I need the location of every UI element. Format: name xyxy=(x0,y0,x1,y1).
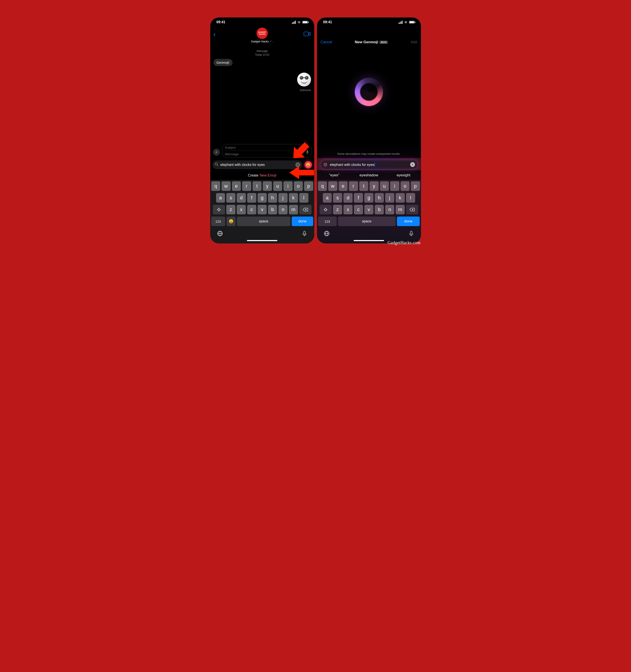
home-indicator[interactable] xyxy=(354,240,384,241)
key-g[interactable]: g xyxy=(258,193,267,202)
key-shift[interactable] xyxy=(213,205,225,214)
key-w[interactable]: w xyxy=(328,181,337,191)
key-emoji[interactable]: 😀 xyxy=(226,217,236,226)
add-button[interactable]: Add xyxy=(411,40,417,44)
globe-icon[interactable] xyxy=(217,231,223,237)
beta-badge: BETA xyxy=(380,41,388,44)
key-l[interactable]: l xyxy=(299,193,309,202)
home-indicator[interactable] xyxy=(247,240,277,241)
key-q[interactable]: q xyxy=(211,181,220,191)
key-q[interactable]: q xyxy=(318,181,327,191)
key-w[interactable]: w xyxy=(221,181,230,191)
outgoing-message[interactable] xyxy=(214,73,311,88)
key-x[interactable]: x xyxy=(343,205,353,214)
imessage-field[interactable]: iMessage xyxy=(225,152,309,156)
key-u[interactable]: u xyxy=(273,181,282,191)
key-e[interactable]: e xyxy=(339,181,348,191)
key-h[interactable]: h xyxy=(268,193,277,202)
key-space[interactable]: space xyxy=(237,217,290,226)
suggestion-1[interactable]: “eyes” xyxy=(317,170,352,180)
key-k[interactable]: k xyxy=(289,193,298,202)
key-s[interactable]: s xyxy=(226,193,236,202)
key-z[interactable]: z xyxy=(333,205,342,214)
key-b[interactable]: b xyxy=(375,205,384,214)
key-r[interactable]: r xyxy=(349,181,358,191)
key-g[interactable]: g xyxy=(364,193,373,202)
key-p[interactable]: p xyxy=(304,181,313,191)
key-o[interactable]: o xyxy=(401,181,410,191)
key-h[interactable]: h xyxy=(375,193,384,202)
back-button[interactable]: ‹ xyxy=(214,31,216,38)
key-t[interactable]: t xyxy=(359,181,368,191)
key-f[interactable]: f xyxy=(247,193,256,202)
key-a[interactable]: a xyxy=(323,193,332,202)
key-f[interactable]: f xyxy=(354,193,363,202)
key-x[interactable]: x xyxy=(237,205,246,214)
genmoji-description-field[interactable]: elephant with clocks for eyes ✕ xyxy=(320,160,418,169)
message-input[interactable]: Subject iMessage xyxy=(222,144,312,158)
mic-dictation-icon[interactable] xyxy=(306,150,309,155)
keyboard-row-2: a s d f g h j k l xyxy=(211,193,313,202)
facetime-button[interactable] xyxy=(304,31,311,37)
genmoji-header: Cancel New Genmoji BETA Add xyxy=(317,37,421,48)
key-n[interactable]: n xyxy=(385,205,394,214)
key-c[interactable]: c xyxy=(247,205,256,214)
globe-icon[interactable] xyxy=(324,231,330,237)
key-m[interactable]: m xyxy=(289,205,298,214)
key-backspace[interactable] xyxy=(406,205,418,214)
key-j[interactable]: j xyxy=(385,193,394,202)
key-c[interactable]: c xyxy=(354,205,363,214)
contact-name[interactable]: Gadget Hacks ✔︎ › xyxy=(251,40,273,43)
key-z[interactable]: z xyxy=(226,205,236,214)
suggestion-3[interactable]: eyesight xyxy=(386,170,420,180)
genmoji-warning-text: Some descriptions may create unexpected … xyxy=(317,152,421,155)
add-attachment-button[interactable]: + xyxy=(213,149,220,156)
key-j[interactable]: j xyxy=(278,193,288,202)
key-d[interactable]: d xyxy=(343,193,353,202)
keyboard-suggestions: “eyes” eyeshadow eyesight xyxy=(317,170,421,180)
key-t[interactable]: t xyxy=(252,181,262,191)
contact-avatar[interactable]: GADGET HACKS xyxy=(257,28,268,39)
key-u[interactable]: u xyxy=(380,181,389,191)
key-numbers[interactable]: 123 xyxy=(318,217,337,226)
create-new-emoji-row[interactable]: Create New Emoji xyxy=(211,171,314,180)
key-m[interactable]: m xyxy=(395,205,405,214)
key-i[interactable]: i xyxy=(284,181,293,191)
key-l[interactable]: l xyxy=(406,193,415,202)
key-numbers[interactable]: 123 xyxy=(211,217,225,226)
key-y[interactable]: y xyxy=(263,181,272,191)
key-b[interactable]: b xyxy=(268,205,277,214)
suggestion-2[interactable]: eyeshadow xyxy=(352,170,386,180)
search-icon xyxy=(215,162,219,167)
key-v[interactable]: v xyxy=(258,205,267,214)
key-p[interactable]: p xyxy=(411,181,420,191)
key-done[interactable]: done xyxy=(292,217,313,226)
key-i[interactable]: i xyxy=(390,181,399,191)
genmoji-canvas: Some descriptions may create unexpected … xyxy=(317,48,421,158)
key-space[interactable]: space xyxy=(338,217,395,226)
keyboard-row-4: 123 😀 space done xyxy=(211,217,313,226)
emoji-search-field[interactable]: elephant with clocks for eyes ✕ xyxy=(213,161,302,169)
key-n[interactable]: n xyxy=(278,205,288,214)
key-d[interactable]: d xyxy=(237,193,246,202)
key-y[interactable]: y xyxy=(369,181,379,191)
cancel-button[interactable]: Cancel xyxy=(321,40,332,44)
key-s[interactable]: s xyxy=(333,193,342,202)
key-done[interactable]: done xyxy=(397,217,420,226)
incoming-message-bubble[interactable]: Genmoji! xyxy=(214,59,233,66)
key-k[interactable]: k xyxy=(395,193,405,202)
key-v[interactable]: v xyxy=(364,205,373,214)
key-e[interactable]: e xyxy=(232,181,241,191)
genmoji-button[interactable]: 😄 xyxy=(305,161,312,168)
clear-search-button[interactable]: ✕ xyxy=(295,162,300,167)
key-o[interactable]: o xyxy=(294,181,303,191)
verified-checkmark-icon: ✔︎ xyxy=(270,40,272,43)
subject-field[interactable]: Subject xyxy=(225,146,309,151)
key-shift[interactable] xyxy=(319,205,332,214)
mic-icon[interactable] xyxy=(408,231,414,237)
mic-icon[interactable] xyxy=(301,231,308,237)
key-backspace[interactable] xyxy=(299,205,312,214)
key-a[interactable]: a xyxy=(216,193,225,202)
clear-description-button[interactable]: ✕ xyxy=(410,162,415,167)
key-r[interactable]: r xyxy=(242,181,251,191)
